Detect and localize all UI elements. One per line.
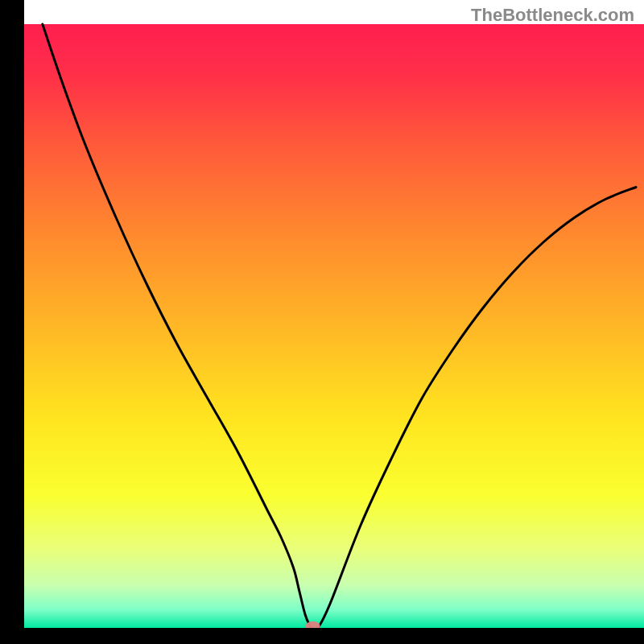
frame-bottom: [0, 628, 644, 644]
frame-left: [0, 0, 24, 644]
plot-background: [24, 24, 644, 628]
chart-container: TheBottleneck.com: [0, 0, 644, 644]
bottleneck-chart: [0, 0, 644, 644]
watermark-text: TheBottleneck.com: [471, 5, 634, 26]
